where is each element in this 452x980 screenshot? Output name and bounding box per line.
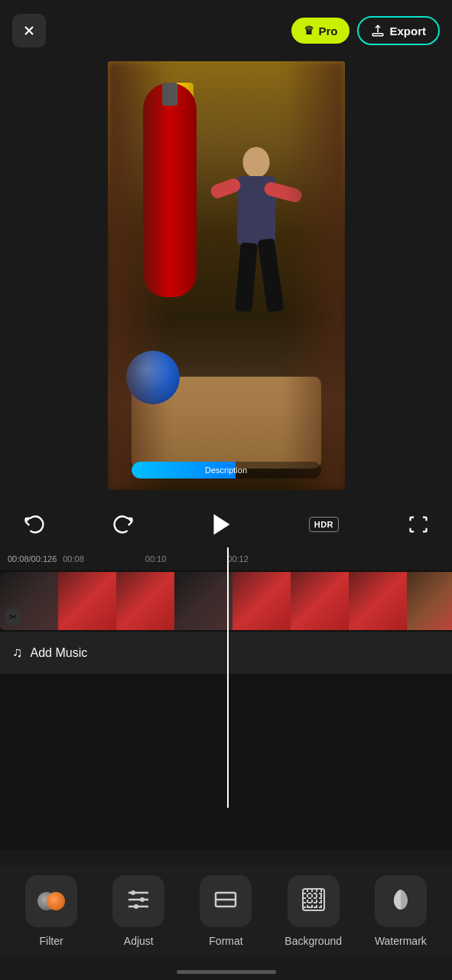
- play-button[interactable]: [203, 506, 240, 543]
- description-text: Description: [205, 466, 247, 475]
- pro-button[interactable]: ♛ Pro: [291, 18, 350, 44]
- bottom-toolbar: Filter Adjust: [0, 865, 452, 957]
- svg-point-5: [131, 890, 135, 895]
- background-icon-wrap: [288, 875, 340, 927]
- filter-circle-2: [47, 892, 65, 910]
- pro-label: Pro: [318, 24, 337, 38]
- filter-icon-wrap: [25, 875, 77, 927]
- watermark-icon-wrap: [375, 875, 427, 927]
- blur-left: [108, 61, 169, 490]
- timeline-playhead: [227, 547, 229, 808]
- undo-button[interactable]: [23, 514, 44, 535]
- background-label: Background: [285, 935, 342, 947]
- video-scene: Description: [108, 61, 345, 490]
- person-head: [242, 147, 269, 178]
- filter-tool[interactable]: Filter: [13, 875, 89, 947]
- redo-button[interactable]: [113, 514, 135, 535]
- tick-1: 00:08: [63, 554, 84, 564]
- watermark-label: Watermark: [375, 935, 427, 947]
- tick-3: 00:12: [227, 554, 249, 564]
- clip-strip: ✂ + Endi...: [0, 570, 452, 632]
- format-icon-wrap: [200, 875, 252, 927]
- tick-2: 00:10: [145, 554, 167, 564]
- svg-point-7: [140, 897, 145, 902]
- empty-area: [0, 674, 452, 850]
- header: ♛ Pro Export: [0, 0, 452, 61]
- music-icon: ♫: [12, 645, 23, 661]
- clip-thumb-3: [116, 572, 174, 630]
- svg-point-9: [134, 904, 138, 909]
- format-label: Format: [209, 935, 242, 947]
- clip-thumb-8: [407, 572, 452, 630]
- watermark-tool[interactable]: Watermark: [363, 875, 439, 947]
- timeline-ticks: 00:08 00:10 00:12: [63, 554, 452, 564]
- person-leg-right: [257, 238, 284, 312]
- watermark-icon: [388, 887, 414, 916]
- add-music-row[interactable]: ♫ Add Music: [0, 632, 452, 674]
- clip-thumb-2: [58, 572, 116, 630]
- clip-thumb-7: [349, 572, 407, 630]
- video-preview: Description: [108, 61, 345, 490]
- background-tool[interactable]: Background: [275, 875, 352, 947]
- header-right: ♛ Pro Export: [291, 16, 440, 45]
- controls-bar: HDR: [0, 501, 452, 547]
- fullscreen-button[interactable]: [408, 514, 429, 535]
- adjust-icon: [125, 887, 151, 916]
- home-indicator: [177, 970, 276, 974]
- add-music-label: Add Music: [31, 646, 88, 660]
- clip-thumb-1: ✂: [0, 572, 58, 630]
- person-leg-left: [235, 242, 258, 312]
- svg-rect-2: [373, 34, 384, 36]
- background-icon: [301, 887, 327, 916]
- svg-marker-3: [213, 514, 229, 535]
- crown-icon: ♛: [304, 24, 314, 38]
- close-button[interactable]: [12, 14, 46, 47]
- timeline-ruler: 00:08/00:126 00:08 00:10 00:12: [0, 547, 452, 570]
- current-time: 00:08/00:126: [8, 554, 57, 564]
- scissors-icon: ✂: [5, 609, 21, 626]
- adjust-icon-wrap: [112, 875, 164, 927]
- format-icon: [213, 887, 239, 916]
- hdr-badge: HDR: [309, 517, 339, 532]
- clip-thumb-5: [233, 572, 291, 630]
- video-background: Description: [108, 61, 345, 490]
- filter-icon: [37, 887, 65, 915]
- clip-thumb-4: [174, 572, 233, 630]
- export-button[interactable]: Export: [357, 16, 440, 45]
- export-label: Export: [389, 24, 426, 38]
- adjust-label: Adjust: [124, 935, 154, 947]
- filter-label: Filter: [40, 935, 63, 947]
- video-description-bar: Description: [132, 462, 321, 479]
- adjust-tool[interactable]: Adjust: [100, 875, 177, 947]
- format-tool[interactable]: Format: [187, 875, 264, 947]
- blur-right: [284, 61, 345, 490]
- clip-thumb-6: [291, 572, 349, 630]
